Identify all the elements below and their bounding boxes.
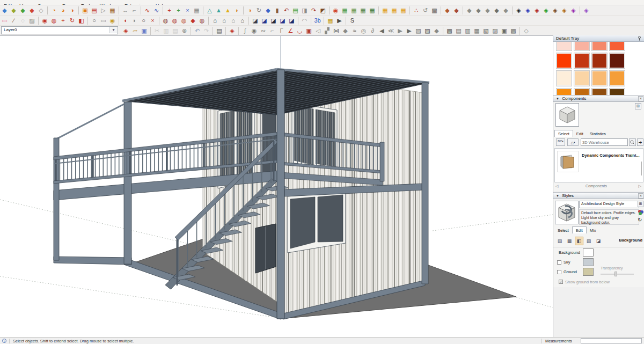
toolbar-tool-button[interactable]: ▨ [423,26,432,35]
toolbar-tool-button[interactable]: ⌂ [229,16,238,25]
components-tab-statistics[interactable]: Statistics [587,130,609,137]
component-item-title[interactable]: Dynamic Components Traini... [582,153,642,158]
toolbar-tool-button[interactable]: + [174,6,183,15]
toolbar-tool-button[interactable]: ◆ [492,6,501,15]
toolbar-tool-button[interactable]: ◆ [27,6,36,15]
toolbar-tool-button[interactable]: ∠ [286,26,295,35]
toolbar-tool-button[interactable]: ≪ [386,26,396,35]
toolbar-tool-button[interactable]: ∂ [368,26,377,35]
toolbar-tool-button[interactable]: ◕ [58,6,68,15]
toolbar-tool-button[interactable]: ◈ [532,6,541,15]
toolbar-tool-button[interactable]: ◇ [522,26,531,35]
ground-checkbox[interactable] [557,270,561,274]
toolbar-tool-button[interactable]: ◡ [295,26,304,35]
toolbar-tool-button[interactable]: ◈ [551,6,560,15]
viewport-3d[interactable] [0,35,553,337]
toolbar-tool-button[interactable]: ▭ [99,16,108,25]
toolbar-tool-button[interactable]: ▦ [192,6,201,15]
toolbar-tool-button[interactable]: ◉ [40,16,49,25]
toolbar-tool-button[interactable]: ◧ [77,16,86,25]
toolbar-tool-button[interactable]: ▦ [358,6,368,15]
pin-icon[interactable] [637,36,642,41]
toolbar-tool-button[interactable]: ▨ [414,26,423,35]
toolbar-tool-button[interactable]: ◇ [36,6,46,15]
material-color-swatch[interactable] [574,42,590,51]
close-icon[interactable]: × [638,96,643,101]
toolbar-tool-button[interactable]: ▩ [509,26,518,35]
material-color-swatch[interactable] [556,88,572,95]
toolbar-tool-button[interactable]: ⌐ [130,6,139,15]
toolbar-tool-button[interactable]: ▦ [390,6,399,15]
toolbar-tool-button[interactable]: ◪ [269,16,278,25]
secondary-pane-icon[interactable]: ⊞ [635,103,641,109]
nav-prev-icon[interactable]: ◁ [555,184,558,188]
edge-settings-icon[interactable]: ▤ [555,237,564,245]
toolbar-tool-button[interactable]: ▮ [273,6,282,15]
toolbar-tool-button[interactable]: ⌂ [210,16,219,25]
toolbar-tool-button[interactable]: ◈ [541,6,551,15]
toolbar-tool-button[interactable]: ▲ [214,6,223,15]
sky-checkbox[interactable] [557,260,561,265]
toolbar-tool-button[interactable]: ◪ [260,16,269,25]
material-color-swatch[interactable] [591,42,608,51]
toolbar-tool-button[interactable]: ▨ [27,16,36,25]
material-color-swatch[interactable] [609,88,625,95]
toolbar-tool-button[interactable]: ▩ [430,6,439,15]
tray-header[interactable]: Default Tray [553,35,644,42]
toolbar-tool-button[interactable]: ◎ [359,26,368,35]
toolbar-tool-button[interactable]: △ [205,6,214,15]
styles-tab-select[interactable]: Select [554,227,572,233]
list-scrollbar[interactable] [641,162,642,175]
toolbar-tool-button[interactable]: ⌐ [268,26,277,35]
toolbar-tool-button[interactable]: ◆ [341,26,350,35]
toolbar-tool-button[interactable]: + [165,6,174,15]
view-options-icon[interactable]: ➔ [637,138,643,146]
toolbar-tool-button[interactable]: ▶ [405,26,414,35]
toolbar-tool-button[interactable]: ✂ [152,26,162,35]
style-description[interactable]: Default face colors. Profile edges. Ligh… [579,209,639,225]
toolbar-tool-button[interactable]: × [183,6,192,15]
toolbar-tool-button[interactable]: ▣ [500,26,509,35]
toolbar-tool-button[interactable]: ▣ [80,6,90,15]
style-preview[interactable] [555,201,579,224]
toolbar-tool-button[interactable]: ◈ [228,26,237,35]
toolbar-tool-button[interactable]: ▤ [215,26,224,35]
toolbar-tool-button[interactable]: ∴ [412,6,421,15]
info-icon[interactable]: i [2,339,6,343]
component-preview[interactable] [555,103,579,127]
components-tab-edit[interactable]: Edit [573,130,587,137]
style-name-field[interactable]: Architectural Design Style [579,201,639,208]
toolbar-tool-button[interactable]: ◗ [232,6,241,15]
collapse-triangle-icon[interactable]: ▼ [556,194,559,197]
toolbar-tool-button[interactable]: ▦ [108,6,117,15]
toolbar-tool-button[interactable]: ◑ [245,6,254,15]
toolbar-tool-button[interactable]: + [58,16,68,25]
toolbar-tool-button[interactable]: ↶ [193,26,202,35]
toolbar-tool-button[interactable]: ▶ [335,16,344,25]
toolbar-tool-button[interactable]: ◉ [250,26,259,35]
toolbar-tool-button[interactable]: ⋈ [332,26,341,35]
toolbar-tool-button[interactable]: ◪ [287,16,296,25]
toolbar-tool-button[interactable]: ◆ [452,6,461,15]
toolbar-tool-button[interactable]: ◪ [278,16,287,25]
toolbar-tool-button[interactable]: ∿ [152,6,161,15]
toolbar-tool-button[interactable]: ∫ [240,26,250,35]
toolbar-tool-button[interactable]: ↷ [202,26,211,35]
toolbar-tool-button[interactable]: ▩ [445,26,454,35]
material-color-swatch[interactable] [591,88,608,95]
toolbar-tool-button[interactable]: ▦ [472,26,481,35]
watermark-settings-icon[interactable]: ▨ [584,237,593,245]
toolbar-tool-button[interactable]: ◆ [501,6,510,15]
toolbar-tool-button[interactable]: ↶ [282,6,291,15]
toolbar-tool-button[interactable]: ◈ [514,6,523,15]
toolbar-tool-button[interactable]: S [348,16,357,25]
toolbar-tool-button[interactable]: ↔ [121,6,130,15]
toolbar-tool-button[interactable]: ∿ [143,6,152,15]
toolbar-tool-button[interactable]: ◍ [49,16,58,25]
toolbar-tool-button[interactable]: ↷ [309,6,318,15]
close-icon[interactable]: × [638,193,643,199]
toolbar-tool-button[interactable]: ▭ [0,16,9,25]
material-color-swatch[interactable] [591,53,608,69]
toolbar-tool-button[interactable]: ◆ [264,6,273,15]
toolbar-tool-button[interactable]: ◍ [197,16,207,25]
